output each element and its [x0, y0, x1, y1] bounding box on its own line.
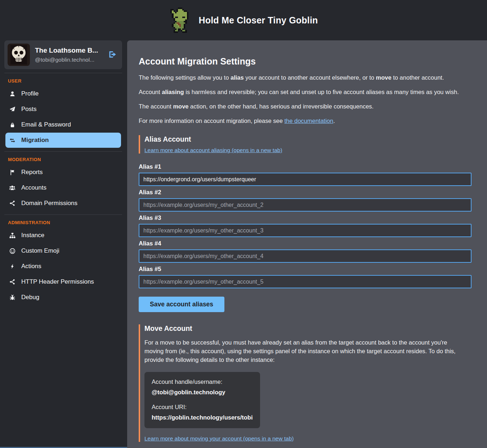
- intro-paragraph: The following settings allow you to alia…: [139, 74, 472, 81]
- alias-learn-more-link[interactable]: Learn more about account aliasing (opens…: [144, 147, 282, 154]
- intro-paragraph: Account aliasing is harmless and reversi…: [139, 89, 472, 96]
- alias-5-label: Alias #5: [139, 266, 472, 272]
- sidebar-item-http-header-permissions[interactable]: HTTP Header Permissions: [5, 274, 121, 289]
- alias-field-2: Alias #2: [139, 189, 472, 212]
- logout-button[interactable]: [107, 49, 117, 61]
- divider: [4, 214, 122, 215]
- bug-icon: [9, 294, 16, 301]
- bolt-icon: [9, 263, 16, 269]
- account-handle-value: @tobi@goblin.technology: [152, 389, 253, 396]
- move-description: For a move to be successful, you must ha…: [144, 338, 467, 364]
- paper-plane-icon: [9, 106, 16, 112]
- alias-4-input[interactable]: [139, 249, 472, 263]
- sidebar-item-custom-emoji[interactable]: Custom Emoji: [5, 243, 121, 258]
- sitemap-icon: [9, 232, 16, 239]
- sidebar-item-label: Custom Emoji: [21, 247, 59, 254]
- sidebar-item-label: HTTP Header Permissions: [21, 278, 94, 285]
- alias-3-input[interactable]: [139, 224, 472, 237]
- sidebar-item-label: Migration: [21, 137, 49, 144]
- sidebar-item-label: Domain Permissions: [21, 200, 77, 207]
- alias-1-label: Alias #1: [139, 163, 472, 170]
- share-nodes-icon: [9, 279, 16, 285]
- sidebar-item-label: Debug: [21, 294, 39, 301]
- divider: [4, 151, 122, 152]
- sidebar-item-reports[interactable]: Reports: [5, 165, 121, 180]
- sidebar: The Loathsome B... @tobi@goblin.technol.…: [0, 40, 127, 448]
- sidebar-item-label: Actions: [21, 263, 41, 270]
- user-meta: The Loathsome B... @tobi@goblin.technol.…: [35, 46, 102, 63]
- avatar: [8, 44, 30, 66]
- sidebar-item-label: Email & Password: [21, 121, 71, 128]
- alias-form: Alias #1 Alias #2 Alias #3 Alias #4 Alia…: [139, 163, 472, 312]
- smiley-icon: [9, 248, 16, 254]
- app-title: Hold Me Closer Tiny Goblin: [198, 15, 318, 26]
- alias-2-label: Alias #2: [139, 189, 472, 196]
- share-nodes-icon: [9, 200, 16, 206]
- sidebar-nav: USER Profile Posts Email & Password: [0, 75, 127, 305]
- user-icon: [9, 91, 16, 97]
- flag-icon: [9, 169, 16, 176]
- main-panel: Account Migration Settings The following…: [127, 40, 487, 448]
- sidebar-item-label: Instance: [21, 232, 44, 239]
- sidebar-item-email-password[interactable]: Email & Password: [5, 117, 121, 132]
- sidebar-item-profile[interactable]: Profile: [5, 86, 121, 101]
- user-display-name: The Loathsome B...: [35, 46, 102, 54]
- sidebar-item-debug[interactable]: Debug: [5, 290, 121, 305]
- sidebar-item-instance[interactable]: Instance: [5, 228, 121, 243]
- inline-link[interactable]: the documentation: [284, 117, 333, 124]
- alias-field-4: Alias #4: [139, 240, 472, 263]
- sidebar-section-user: USER: [0, 75, 127, 86]
- divider: [4, 73, 122, 73]
- move-account-section: Move Account For a move to be successful…: [139, 324, 472, 442]
- sidebar-item-label: Accounts: [21, 184, 46, 191]
- goblin-logo-icon: [169, 8, 190, 33]
- alias-4-label: Alias #4: [139, 240, 472, 247]
- sidebar-item-label: Profile: [21, 90, 39, 97]
- user-card: The Loathsome B... @tobi@goblin.technol.…: [4, 40, 122, 69]
- sidebar-section-moderation: MODERATION: [0, 154, 127, 164]
- alias-field-1: Alias #1: [139, 163, 472, 186]
- page-title: Account Migration Settings: [139, 56, 472, 67]
- user-handle: @tobi@goblin.technol...: [35, 57, 102, 63]
- alias-2-input[interactable]: [139, 198, 472, 212]
- sidebar-section-administration: ADMINISTRATION: [0, 217, 127, 227]
- alias-1-input[interactable]: [139, 173, 472, 186]
- sign-out-icon: [108, 50, 116, 60]
- sidebar-item-posts[interactable]: Posts: [5, 102, 121, 117]
- intro-paragraph: For more information on account migratio…: [139, 117, 472, 124]
- sidebar-item-accounts[interactable]: Accounts: [5, 180, 121, 195]
- sidebar-item-migration[interactable]: Migration: [5, 133, 121, 148]
- sidebar-item-actions[interactable]: Actions: [5, 259, 121, 274]
- alias-field-5: Alias #5: [139, 266, 472, 288]
- alias-field-3: Alias #3: [139, 214, 472, 237]
- sidebar-item-domain-permissions[interactable]: Domain Permissions: [5, 196, 121, 211]
- save-account-aliases-button[interactable]: Save account aliases: [139, 297, 224, 312]
- app-header: Hold Me Closer Tiny Goblin: [0, 0, 487, 40]
- intro-paragraph: The account move action, on the other ha…: [139, 103, 472, 110]
- exchange-arrows-icon: [9, 137, 16, 143]
- sidebar-item-label: Reports: [21, 169, 43, 176]
- alias-account-section: Alias Account Learn more about account a…: [139, 135, 472, 154]
- sidebar-item-label: Posts: [21, 106, 37, 113]
- users-icon: [9, 185, 16, 191]
- account-handle-label: Account handle/username:: [152, 378, 253, 385]
- move-account-heading: Move Account: [144, 324, 472, 333]
- lock-icon: [9, 122, 16, 128]
- account-uri-value: https://goblin.technology/users/tobi: [152, 414, 253, 421]
- account-uri-label: Account URI:: [152, 404, 253, 411]
- account-details-box: Account handle/username: @tobi@goblin.te…: [144, 372, 260, 428]
- move-learn-more-link[interactable]: Learn more about moving your account (op…: [144, 435, 294, 442]
- alias-account-heading: Alias Account: [144, 135, 472, 143]
- alias-3-label: Alias #3: [139, 214, 472, 221]
- alias-5-input[interactable]: [139, 275, 472, 288]
